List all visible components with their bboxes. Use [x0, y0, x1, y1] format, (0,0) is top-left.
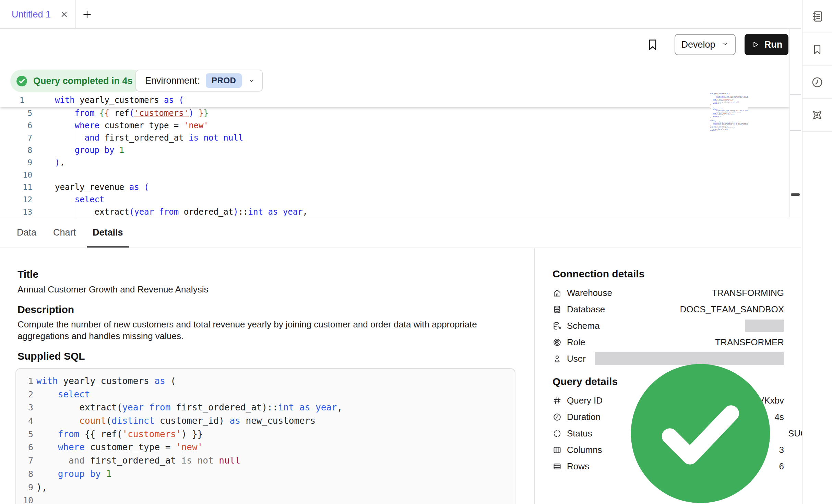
line-number: 13	[0, 206, 38, 217]
sidebar-item-explore[interactable]	[803, 99, 832, 132]
description-heading: Description	[17, 304, 74, 315]
connection-row-warehouse: WarehouseTRANSFORMING	[552, 285, 784, 301]
columns-icon	[552, 445, 562, 455]
line-number: 5	[16, 428, 33, 441]
editor-line-12[interactable]: 12 select	[0, 193, 789, 206]
tab-details[interactable]: Details	[93, 217, 123, 248]
run-button[interactable]: Run	[745, 34, 788, 55]
supplied-sql-code: 1with yearly_customers as (2 select3 ext…	[15, 368, 515, 504]
spinner-icon	[552, 429, 562, 438]
clock-icon	[552, 412, 562, 422]
editor-scrollbar[interactable]	[789, 29, 801, 217]
line-number: 8	[0, 144, 38, 156]
supplied-sql-line-3: 3 extract(year from first_ordered_at)::i…	[16, 401, 515, 414]
line-number: 9	[16, 481, 33, 494]
editor-line-8[interactable]: 8 group by 1	[0, 144, 789, 156]
sql-editor[interactable]: 1with yearly_customers as (5 from {{ ref…	[0, 94, 789, 217]
tab-label: Untitled 1	[12, 9, 51, 20]
editor-line-6[interactable]: 6 where customer_type = 'new'	[0, 119, 789, 132]
indent-guide	[75, 119, 75, 132]
line-number: 4	[16, 415, 33, 428]
supplied-sql-line-1: 1with yearly_customers as (	[16, 374, 515, 388]
tab-data[interactable]: Data	[17, 217, 36, 248]
role-icon	[552, 338, 562, 347]
editor-line-10[interactable]: 10	[0, 169, 789, 181]
row-value: 6	[779, 461, 784, 472]
row-label: Status	[567, 428, 592, 439]
editor-line-11[interactable]: 11yearly_revenue as (	[0, 181, 789, 193]
supplied-sql-line-7: 7 and first_ordered_at is not null	[16, 454, 515, 467]
minimap-code: with yearly_customers as ( select extrac…	[710, 93, 723, 131]
line-number: 3	[16, 401, 33, 415]
supplied-sql-heading: Supplied SQL	[17, 350, 85, 362]
run-label: Run	[764, 39, 782, 50]
indent-guide	[75, 193, 75, 206]
title-value: Annual Customer Growth and Revenue Analy…	[17, 284, 208, 295]
play-icon	[751, 40, 760, 49]
row-value: 3	[779, 445, 784, 455]
plus-icon[interactable]	[82, 9, 93, 20]
supplied-sql-line-8: 8 group by 1	[16, 467, 515, 481]
line-number: 1	[16, 375, 33, 388]
supplied-sql-line-6: 6 where customer_type = 'new'	[16, 441, 515, 454]
line-number: 9	[0, 156, 38, 169]
row-label: Role	[567, 337, 585, 348]
scrollbar-marker[interactable]	[791, 193, 800, 196]
scrollbar-thumb[interactable]	[790, 94, 801, 131]
develop-dropdown[interactable]: Develop	[675, 34, 736, 55]
supplied-sql-line-5: 5 from {{ ref('customers') }}	[16, 428, 515, 441]
row-label: Database	[567, 304, 605, 315]
row-value: TRANSFORMER	[715, 337, 784, 348]
close-icon[interactable]	[60, 10, 69, 19]
line-number: 10	[0, 169, 38, 181]
chevron-down-icon	[248, 77, 255, 84]
environment-selector[interactable]: Environment: PROD	[135, 70, 263, 92]
row-label: User	[567, 353, 586, 364]
bookmark-button[interactable]	[645, 37, 660, 52]
hash-icon	[552, 396, 562, 405]
bookmark-icon[interactable]	[645, 37, 660, 52]
query-details-list: Query ID33TZseWpe1ALFDUYerxR1gVKxbvDurat…	[552, 392, 784, 475]
row-value: TRANSFORMING	[712, 288, 784, 298]
new-tab-button[interactable]	[82, 9, 93, 20]
sidebar-item-history[interactable]	[803, 66, 832, 99]
row-value: DOCS_TEAM_SANDBOX	[680, 304, 784, 315]
editor-line-7[interactable]: 7 and first_ordered_at is not null	[0, 132, 789, 144]
connection-row-schema: Schema	[552, 317, 784, 334]
editor-line-5[interactable]: 5 from {{ ref('customers') }}	[0, 107, 789, 119]
editor-line-9[interactable]: 9),	[0, 156, 789, 169]
editor-minimap[interactable]: with yearly_customers as ( select extrac…	[710, 93, 748, 132]
row-label: Schema	[567, 321, 599, 331]
row-label: Duration	[567, 412, 601, 422]
redacted-value	[745, 320, 784, 332]
tab-chart[interactable]: Chart	[53, 217, 76, 248]
result-tabs: DataChartDetails	[0, 217, 801, 248]
line-number: 6	[16, 441, 33, 454]
bookmark-icon	[811, 43, 824, 56]
indent-guide	[75, 144, 75, 156]
line-number: 12	[0, 193, 38, 206]
tab-bar: Untitled 1	[0, 0, 801, 29]
check-circle-icon	[617, 350, 784, 504]
chevron-down-icon	[722, 40, 729, 48]
title-heading: Title	[17, 268, 38, 280]
close-icon[interactable]	[60, 10, 69, 19]
line-number: 5	[0, 107, 38, 119]
sidebar-item-notebook[interactable]	[803, 0, 832, 33]
check-circle-icon	[15, 75, 28, 87]
tab-untitled-1[interactable]: Untitled 1	[0, 0, 76, 29]
row-label: Columns	[567, 445, 602, 455]
chevron-down-icon	[722, 39, 729, 50]
line-number: 11	[0, 181, 38, 193]
line-number: 2	[16, 388, 33, 401]
history-icon	[811, 76, 824, 89]
editor-line-1[interactable]: 1with yearly_customers as (	[0, 94, 789, 107]
row-label: Warehouse	[567, 288, 612, 298]
editor-line-13[interactable]: 13 extract(year from ordered_at)::int as…	[0, 206, 789, 217]
play-icon	[751, 40, 760, 49]
sidebar-item-bookmark[interactable]	[803, 33, 832, 66]
main-area: Untitled 1 Develop Run Query completed i…	[0, 0, 801, 504]
environment-label: Environment:	[145, 75, 200, 86]
supplied-sql-line-9: 9),	[16, 481, 515, 494]
row-label: Rows	[567, 461, 589, 472]
